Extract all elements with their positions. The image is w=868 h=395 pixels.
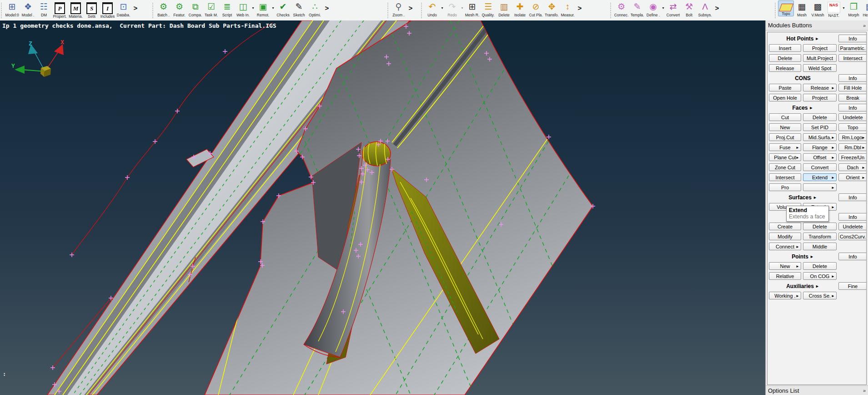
modules-panel-titlebar[interactable]: Modules Buttons » [766, 20, 868, 30]
topo-button[interactable]: Topo [838, 123, 867, 131]
toolbar-group-handle[interactable] [774, 1, 777, 19]
compa-toolbar-button[interactable]: ⧉Compa. [187, 0, 203, 18]
mesh-r-toolbar-button[interactable]: ⊞Mesh R. [464, 0, 480, 18]
cons2curv-button[interactable]: Cons2Curv. [838, 233, 867, 240]
mesh-toolbar-button[interactable]: ▦Mesh [794, 0, 810, 18]
sketch-toolbar-button[interactable]: ✎Sketch [291, 0, 307, 18]
undelete-button[interactable]: Undelete [838, 223, 867, 230]
define-dropdown-icon[interactable]: ▾ [661, 6, 665, 10]
delete-button[interactable]: Delete [803, 113, 837, 121]
hot-points-section-header[interactable]: Hot Points► [769, 35, 837, 42]
quality-toolbar-button[interactable]: ☰Quality. [480, 0, 496, 18]
3d-viewport[interactable]: Z X Y Ip 1 geometry checks done.ansa, Cu… [0, 20, 765, 395]
transfo-toolbar-button[interactable]: ✥Transfo. [544, 0, 560, 18]
morph-toolbar-button[interactable]: ❒Morph [846, 0, 862, 18]
expand-chevron[interactable]: > [576, 4, 584, 12]
set-pid-button[interactable]: Set PID [803, 123, 837, 131]
parametric-button[interactable]: Parametric. [838, 44, 867, 52]
topo-toolbar-button[interactable]: Topo [778, 0, 794, 16]
modify-button[interactable]: Modify [769, 233, 801, 240]
web-in-dropdown-icon[interactable]: ▾ [251, 6, 255, 10]
pro-button[interactable]: Pro [769, 183, 801, 191]
info-button[interactable]: Info [838, 35, 867, 42]
delete-toolbar-button[interactable]: ▥Delete [496, 0, 512, 18]
proj-cut-button[interactable]: Proj.Cut [769, 133, 801, 141]
cut-button[interactable]: Cut [769, 113, 801, 121]
new-button[interactable]: New► [769, 262, 801, 270]
info-button[interactable]: Info [838, 74, 867, 82]
delete-button[interactable]: Delete [803, 223, 837, 230]
connec-toolbar-button[interactable]: ⚙Connec. [613, 0, 629, 18]
undo-dropdown-icon[interactable]: ▾ [440, 6, 444, 10]
nast-toolbar-button[interactable]: NASNAST. [826, 0, 842, 18]
sets-toolbar-button[interactable]: SSets [84, 0, 100, 19]
cross-se-button[interactable]: Cross Se.► [803, 292, 837, 299]
delete-button[interactable]: Delete [769, 54, 801, 62]
viewport-canvas[interactable]: Z X Y [0, 20, 765, 395]
materia-toolbar-button[interactable]: MMateria. [68, 0, 84, 19]
templa-toolbar-button[interactable]: ✎Templa. [629, 0, 645, 18]
intersect-button[interactable]: Intersect [838, 54, 867, 62]
expand-chevron[interactable]: > [713, 4, 721, 12]
item-button[interactable]: ► [803, 183, 837, 191]
checks-toolbar-button[interactable]: ✔Checks [275, 0, 291, 18]
project-button[interactable]: Project [803, 44, 837, 52]
faces-section-header[interactable]: Faces► [769, 104, 837, 111]
mult-project-button[interactable]: Mult.Project [803, 54, 837, 62]
includes-toolbar-button[interactable]: IIncludes [100, 0, 115, 19]
batch-toolbar-button[interactable]: ⚙Batch . [156, 0, 171, 18]
fine-button[interactable]: Fine [838, 282, 867, 290]
offset-button[interactable]: Offset► [803, 153, 837, 161]
toolbar-group-handle[interactable] [0, 1, 3, 19]
delete-button[interactable]: Delete [803, 262, 837, 270]
redo-toolbar-button[interactable]: ↷Redo [444, 0, 460, 18]
remot-toolbar-button[interactable]: ▣Remot. [255, 0, 271, 18]
weld-spot-button[interactable]: Weld Spot [803, 64, 837, 72]
propert-toolbar-button[interactable]: PPropert. [52, 0, 68, 19]
new-button[interactable]: New [769, 123, 801, 131]
toolbar-group-handle[interactable] [387, 1, 389, 19]
databa-toolbar-button[interactable]: ⊡Databa. [115, 0, 131, 18]
transform-button[interactable]: Transform [803, 233, 837, 240]
model-toolbar-button[interactable]: ❖Model . [20, 0, 36, 18]
info-button[interactable]: Info [838, 253, 867, 260]
connect-button[interactable]: Connect► [769, 243, 801, 250]
plane-cut-button[interactable]: Plane Cut► [769, 153, 801, 161]
zoom-toolbar-button[interactable]: ⚲Zoom . [391, 0, 406, 18]
options-list-bar[interactable]: Options List » [766, 385, 868, 395]
flange-button[interactable]: Flange► [803, 143, 837, 151]
on-cog-button[interactable]: On COG► [803, 272, 837, 280]
relative-button[interactable]: Relative [769, 272, 801, 280]
release-button[interactable]: Release► [803, 84, 837, 91]
toolbar-group-handle[interactable] [610, 1, 612, 19]
optimi-toolbar-button[interactable]: ∴Optimi. [307, 0, 323, 18]
undelete-button[interactable]: Undelete [838, 113, 867, 121]
panel-collapse-icon[interactable]: » [863, 23, 866, 28]
model-0-toolbar-button[interactable]: ⊞Model:0 [4, 0, 20, 18]
rm-dbl-button[interactable]: Rm.Dbl► [838, 143, 867, 151]
task-m-toolbar-button[interactable]: ☑Task M. [203, 0, 219, 18]
bolt-toolbar-button[interactable]: ⚒Bolt [681, 0, 697, 18]
web-in-toolbar-button[interactable]: ◫Web In. [235, 0, 251, 18]
info-button[interactable]: Info [838, 104, 867, 111]
expand-chevron[interactable]: > [406, 4, 415, 12]
freeze-un-button[interactable]: Freeze/Un [838, 153, 867, 161]
points-section-header[interactable]: Points► [769, 253, 837, 260]
v-mesh-toolbar-button[interactable]: ▩V.Mesh [810, 0, 826, 18]
mid-surfa-button[interactable]: Mid.Surfa.► [803, 133, 837, 141]
intersect-button[interactable]: Intersect [769, 173, 801, 181]
open-hole-button[interactable]: Open Hole [769, 94, 801, 101]
zone-cut-button[interactable]: Zone Cut [769, 163, 801, 171]
rm-logo-button[interactable]: Rm.Logo.► [838, 133, 867, 141]
expand-chevron[interactable]: > [131, 4, 140, 12]
info-button[interactable]: Info [838, 213, 867, 221]
measur-toolbar-button[interactable]: ↕Measur. [560, 0, 576, 18]
convert-button[interactable]: Convert [803, 163, 837, 171]
undo-toolbar-button[interactable]: ↶Undo [424, 0, 440, 18]
surfaces-section-header[interactable]: Surfaces► [769, 193, 837, 201]
fuse-button[interactable]: Fuse► [769, 143, 801, 151]
fill-hole-button[interactable]: Fill Hole [838, 84, 867, 91]
project-button[interactable]: Project [803, 94, 837, 101]
options-list-collapse-icon[interactable]: » [863, 388, 866, 393]
cut-pla-toolbar-button[interactable]: ⊘Cut Pla. [528, 0, 544, 18]
